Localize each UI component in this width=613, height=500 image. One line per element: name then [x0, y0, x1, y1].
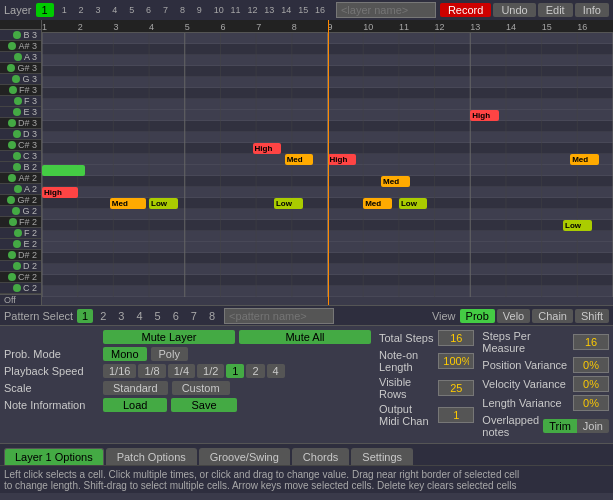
- note-block[interactable]: Med: [285, 154, 314, 165]
- trim-btn[interactable]: Trim: [543, 419, 577, 433]
- total-steps-val[interactable]: [438, 330, 474, 346]
- note-row-F3[interactable]: F 3: [0, 96, 41, 107]
- steps-per-measure-val[interactable]: [573, 334, 609, 350]
- note-row-E2[interactable]: E 2: [0, 239, 41, 250]
- note-circle[interactable]: [13, 240, 21, 248]
- pattern-num-btn-1[interactable]: 1: [77, 309, 93, 323]
- note-block[interactable]: Med: [381, 176, 410, 187]
- speed-btn-2[interactable]: 2: [246, 364, 264, 378]
- pos-variance-val[interactable]: [573, 357, 609, 373]
- layer-name-input[interactable]: [336, 2, 436, 18]
- mono-btn[interactable]: Mono: [103, 347, 147, 361]
- note-block[interactable]: High: [470, 110, 499, 121]
- note-block[interactable]: Med: [363, 198, 392, 209]
- speed-btn-1/8[interactable]: 1/8: [138, 364, 165, 378]
- note-row-Fs2[interactable]: F# 2: [0, 217, 41, 228]
- view-btn-chain[interactable]: Chain: [532, 309, 573, 323]
- note-circle[interactable]: [9, 86, 17, 94]
- edit-btn[interactable]: Edit: [538, 3, 573, 17]
- pattern-num-btn-5[interactable]: 5: [150, 309, 166, 323]
- speed-btn-1/4[interactable]: 1/4: [168, 364, 195, 378]
- save-btn[interactable]: Save: [171, 398, 236, 412]
- note-row-Cs3[interactable]: C# 3: [0, 140, 41, 151]
- note-row-Gs2[interactable]: G# 2: [0, 195, 41, 206]
- grid-area[interactable]: 12345678910111213141516 HighMedLowHighMe…: [42, 20, 613, 305]
- note-circle[interactable]: [8, 119, 16, 127]
- note-row-As3[interactable]: A# 3: [0, 41, 41, 52]
- note-circle[interactable]: [7, 64, 15, 72]
- note-circle[interactable]: [7, 196, 15, 204]
- note-block[interactable]: Low: [274, 198, 303, 209]
- note-circle[interactable]: [14, 185, 22, 193]
- view-btn-velo[interactable]: Velo: [497, 309, 530, 323]
- info-btn[interactable]: Info: [575, 3, 609, 17]
- tab-settings[interactable]: Settings: [351, 448, 413, 465]
- view-btn-shift[interactable]: Shift: [575, 309, 609, 323]
- note-row-Ds3[interactable]: D# 3: [0, 118, 41, 129]
- layer-num-btn[interactable]: 1: [36, 3, 54, 17]
- note-block[interactable]: [42, 165, 85, 176]
- pattern-num-btn-3[interactable]: 3: [113, 309, 129, 323]
- note-block[interactable]: Med: [570, 154, 599, 165]
- note-row-F2[interactable]: F 2: [0, 228, 41, 239]
- visible-rows-val[interactable]: [438, 380, 474, 396]
- join-btn[interactable]: Join: [577, 419, 609, 433]
- note-circle[interactable]: [12, 207, 20, 215]
- tab-layer-1-options[interactable]: Layer 1 Options: [4, 448, 104, 465]
- note-block[interactable]: High: [328, 154, 357, 165]
- note-circle[interactable]: [8, 174, 16, 182]
- note-row-A3[interactable]: A 3: [0, 52, 41, 63]
- note-row-E3[interactable]: E 3: [0, 107, 41, 118]
- note-circle[interactable]: [14, 229, 22, 237]
- speed-btn-4[interactable]: 4: [267, 364, 285, 378]
- note-circle[interactable]: [8, 273, 16, 281]
- note-circle[interactable]: [14, 97, 22, 105]
- view-btn-prob[interactable]: Prob: [460, 309, 495, 323]
- pattern-num-btn-8[interactable]: 8: [204, 309, 220, 323]
- note-row-B2[interactable]: B 2: [0, 162, 41, 173]
- note-row-C3[interactable]: C 3: [0, 151, 41, 162]
- pattern-num-btn-2[interactable]: 2: [95, 309, 111, 323]
- note-row-G2[interactable]: G 2: [0, 206, 41, 217]
- note-block[interactable]: High: [253, 143, 282, 154]
- speed-btn-1[interactable]: 1: [226, 364, 244, 378]
- note-row-As2[interactable]: A# 2: [0, 173, 41, 184]
- note-circle[interactable]: [8, 141, 16, 149]
- note-row-A2[interactable]: A 2: [0, 184, 41, 195]
- pattern-num-btn-6[interactable]: 6: [168, 309, 184, 323]
- note-block[interactable]: Med: [110, 198, 146, 209]
- note-circle[interactable]: [13, 31, 21, 39]
- tab-groove/swing[interactable]: Groove/Swing: [199, 448, 290, 465]
- note-circle[interactable]: [13, 130, 21, 138]
- mute-all-btn[interactable]: Mute All: [239, 330, 371, 344]
- output-midi-val[interactable]: [438, 407, 474, 423]
- tab-patch-options[interactable]: Patch Options: [106, 448, 197, 465]
- scale-standard-btn[interactable]: Standard: [103, 381, 168, 395]
- record-btn[interactable]: Record: [440, 3, 491, 17]
- note-row-Gs3[interactable]: G# 3: [0, 63, 41, 74]
- note-circle[interactable]: [8, 251, 16, 259]
- note-on-length-val[interactable]: [438, 353, 474, 369]
- note-block[interactable]: Low: [563, 220, 592, 231]
- note-row-D2[interactable]: D 2: [0, 261, 41, 272]
- note-block[interactable]: Low: [149, 198, 178, 209]
- note-circle[interactable]: [13, 284, 21, 292]
- note-row-Ds2[interactable]: D# 2: [0, 250, 41, 261]
- mute-layer-btn[interactable]: Mute Layer: [103, 330, 235, 344]
- note-row-D3[interactable]: D 3: [0, 129, 41, 140]
- note-row-Cs2[interactable]: C# 2: [0, 272, 41, 283]
- note-circle[interactable]: [13, 108, 21, 116]
- undo-btn[interactable]: Undo: [493, 3, 535, 17]
- load-btn[interactable]: Load: [103, 398, 167, 412]
- len-variance-val[interactable]: [573, 395, 609, 411]
- note-row-C2[interactable]: C 2: [0, 283, 41, 294]
- speed-btn-1/2[interactable]: 1/2: [197, 364, 224, 378]
- vel-variance-val[interactable]: [573, 376, 609, 392]
- note-block[interactable]: High: [42, 187, 78, 198]
- tab-chords[interactable]: Chords: [292, 448, 349, 465]
- note-circle[interactable]: [9, 218, 17, 226]
- scale-custom-btn[interactable]: Custom: [172, 381, 230, 395]
- pattern-num-btn-4[interactable]: 4: [131, 309, 147, 323]
- note-circle[interactable]: [8, 42, 16, 50]
- note-block[interactable]: Low: [399, 198, 428, 209]
